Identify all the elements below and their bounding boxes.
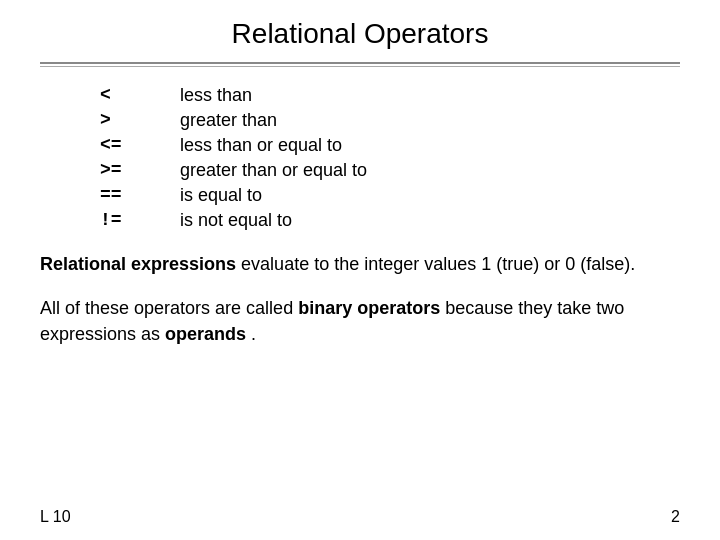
operator-description: less than [180,85,252,106]
table-row: >= greater than or equal to [100,160,680,181]
table-row: > greater than [100,110,680,131]
operators-table: < less than > greater than <= less than … [100,85,680,231]
operator-description: is not equal to [180,210,292,231]
operator-symbol: > [100,110,180,131]
title-section: Relational Operators [40,0,680,62]
paragraph-binary-operators: All of these operators are called binary… [40,295,680,347]
footer-left: L 10 [40,508,71,526]
paragraph-rest: evaluate to the integer values 1 (true) … [241,254,635,274]
page: Relational Operators < less than > great… [0,0,720,540]
divider-bottom [40,66,680,67]
paragraph-prefix: All of these operators are called [40,298,298,318]
divider-top [40,62,680,64]
operator-symbol: < [100,85,180,106]
operator-description: greater than [180,110,277,131]
operator-symbol: <= [100,135,180,156]
bold-operands: operands [165,324,246,344]
bold-text: Relational expressions [40,254,236,274]
footer: L 10 2 [40,508,680,526]
footer-right: 2 [671,508,680,526]
paragraph-suffix: . [251,324,256,344]
operator-symbol: != [100,210,180,231]
operator-symbol: >= [100,160,180,181]
operator-description: is equal to [180,185,262,206]
paragraph-relational-expressions: Relational expressions evaluate to the i… [40,251,680,277]
table-row: <= less than or equal to [100,135,680,156]
operator-description: less than or equal to [180,135,342,156]
operator-description: greater than or equal to [180,160,367,181]
table-row: != is not equal to [100,210,680,231]
table-row: < less than [100,85,680,106]
page-title: Relational Operators [40,18,680,50]
bold-binary: binary operators [298,298,440,318]
table-row: == is equal to [100,185,680,206]
operator-symbol: == [100,185,180,206]
